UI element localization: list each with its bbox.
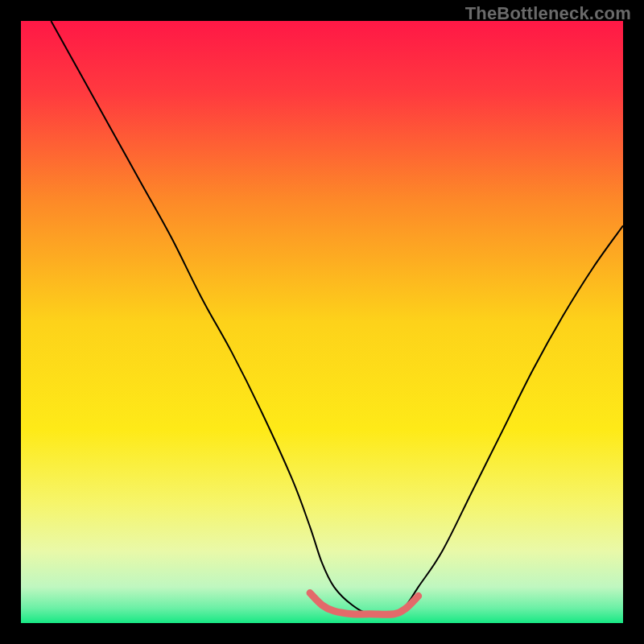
plot-area	[21, 21, 623, 623]
chart-frame: TheBottleneck.com	[0, 0, 644, 644]
watermark-label: TheBottleneck.com	[465, 3, 631, 24]
plot-svg	[21, 21, 623, 623]
gradient-background	[21, 21, 623, 623]
